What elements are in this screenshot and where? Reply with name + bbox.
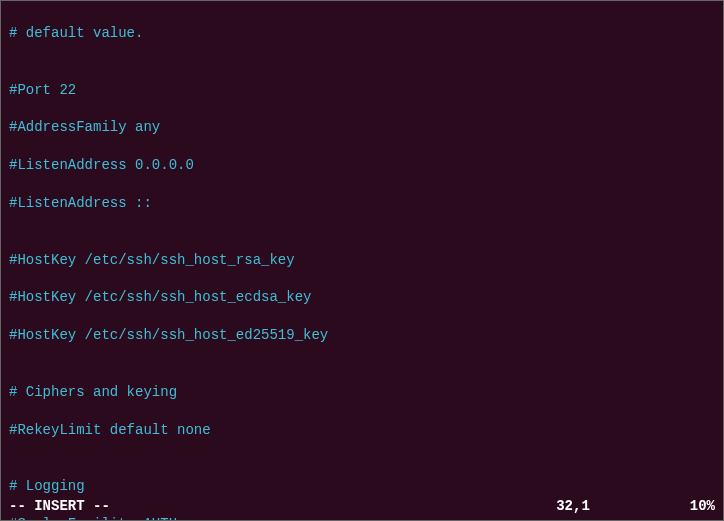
mode-indicator: -- INSERT -- <box>9 497 110 516</box>
editor-viewport[interactable]: # default value. #Port 22 #AddressFamily… <box>1 1 723 521</box>
config-line: #AddressFamily any <box>9 118 715 137</box>
config-line: # Logging <box>9 477 715 496</box>
config-line: #HostKey /etc/ssh/ssh_host_ecdsa_key <box>9 288 715 307</box>
scroll-percent: 10% <box>690 497 715 516</box>
config-line: #ListenAddress 0.0.0.0 <box>9 156 715 175</box>
config-line: #HostKey /etc/ssh/ssh_host_ed25519_key <box>9 326 715 345</box>
config-line: # Ciphers and keying <box>9 383 715 402</box>
config-line: #RekeyLimit default none <box>9 421 715 440</box>
config-line: #HostKey /etc/ssh/ssh_host_rsa_key <box>9 251 715 270</box>
cursor-position: 32,1 <box>556 497 590 516</box>
vim-status-bar: -- INSERT -- 32,1 10% <box>9 497 715 516</box>
config-line: # default value. <box>9 24 715 43</box>
config-line: #ListenAddress :: <box>9 194 715 213</box>
config-line: #Port 22 <box>9 81 715 100</box>
